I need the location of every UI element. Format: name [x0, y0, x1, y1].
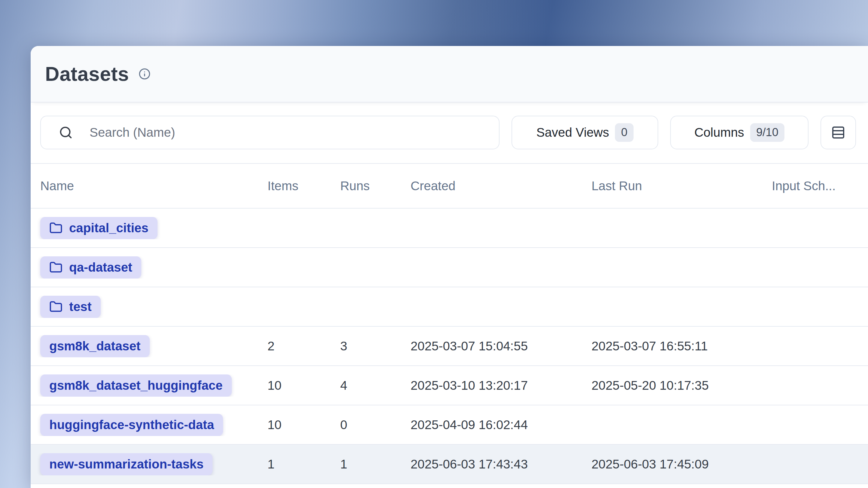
items-cell: 2 [268, 339, 340, 353]
dataset-name: new-summarization-tasks [49, 457, 204, 471]
dataset-pill[interactable]: new-summarization-tasks [40, 453, 213, 476]
saved-views-label: Saved Views [536, 125, 609, 140]
dataset-pill[interactable]: test [40, 296, 101, 318]
table-row[interactable]: new-summarization-tasks 1 1 2025-06-03 1… [31, 445, 868, 484]
last-run-cell: 2025-05-20 10:17:35 [591, 378, 772, 393]
search-input[interactable] [90, 116, 499, 149]
column-header-runs: Runs [340, 179, 410, 193]
runs-cell: 0 [340, 418, 410, 432]
last-run-cell: 2025-06-03 17:45:09 [591, 457, 772, 471]
info-icon[interactable] [138, 68, 151, 80]
saved-views-button[interactable]: Saved Views 0 [512, 116, 658, 149]
runs-cell: 4 [340, 378, 410, 393]
created-cell: 2025-03-10 13:20:17 [410, 378, 591, 393]
dataset-name: gsm8k_dataset [49, 339, 141, 353]
dataset-pill[interactable]: gsm8k_dataset [40, 335, 150, 357]
page-title: Datasets [45, 63, 129, 85]
datasets-table: NameItemsRunsCreatedLast RunInput Sch...… [31, 163, 868, 484]
runs-cell: 1 [340, 457, 410, 471]
folder-icon [49, 261, 63, 274]
name-cell: gsm8k_dataset_huggingface [31, 375, 268, 397]
created-cell: 2025-04-09 16:02:44 [410, 418, 591, 432]
datasets-panel: Datasets Saved Views 0 Columns 9/10 [31, 46, 868, 488]
table-row[interactable]: test [31, 287, 868, 327]
table-row[interactable]: qa-dataset [31, 248, 868, 287]
columns-button[interactable]: Columns 9/10 [670, 116, 808, 149]
columns-count-badge: 9/10 [750, 123, 784, 142]
column-header-name: Name [31, 179, 268, 193]
items-cell: 1 [268, 457, 340, 471]
column-header-input-sch: Input Sch... [772, 179, 868, 193]
saved-views-count-badge: 0 [615, 123, 633, 142]
table-header-row: NameItemsRunsCreatedLast RunInput Sch... [31, 163, 868, 208]
items-cell: 10 [268, 378, 340, 393]
created-cell: 2025-06-03 17:43:43 [410, 457, 591, 471]
dataset-pill[interactable]: gsm8k_dataset_huggingface [40, 375, 232, 397]
dataset-name: capital_cities [69, 221, 149, 235]
column-header-last-run: Last Run [591, 179, 772, 193]
dataset-pill[interactable]: qa-dataset [40, 256, 141, 279]
search-icon [59, 126, 73, 139]
name-cell: gsm8k_dataset [31, 335, 268, 357]
folder-icon [49, 222, 63, 235]
table-body: capital_cities qa-dataset [31, 208, 868, 484]
name-cell: qa-dataset [31, 256, 268, 279]
table-row[interactable]: gsm8k_dataset 2 3 2025-03-07 15:04:55 20… [31, 327, 868, 366]
column-header-items: Items [268, 179, 340, 193]
dataset-pill[interactable]: capital_cities [40, 217, 157, 239]
columns-label: Columns [694, 125, 744, 140]
row-height-button[interactable] [820, 116, 856, 149]
created-cell: 2025-03-07 15:04:55 [410, 339, 591, 353]
table-row[interactable]: gsm8k_dataset_huggingface 10 4 2025-03-1… [31, 366, 868, 405]
name-cell: capital_cities [31, 217, 268, 239]
table-row[interactable]: capital_cities [31, 208, 868, 248]
table-row[interactable]: huggingface-synthetic-data 10 0 2025-04-… [31, 405, 868, 445]
dataset-name: test [69, 300, 92, 314]
name-cell: huggingface-synthetic-data [31, 414, 268, 436]
dataset-name: qa-dataset [69, 260, 132, 275]
page-header: Datasets [31, 46, 868, 102]
column-header-created: Created [410, 179, 591, 193]
name-cell: test [31, 296, 268, 318]
items-cell: 10 [268, 418, 340, 432]
toolbar: Saved Views 0 Columns 9/10 [40, 116, 856, 149]
folder-icon [49, 300, 63, 314]
rows-icon [831, 125, 845, 140]
last-run-cell: 2025-03-07 16:55:11 [591, 339, 772, 353]
search-box [40, 116, 499, 149]
dataset-pill[interactable]: huggingface-synthetic-data [40, 414, 223, 436]
dataset-name: gsm8k_dataset_huggingface [49, 378, 223, 393]
name-cell: new-summarization-tasks [31, 453, 268, 476]
runs-cell: 3 [340, 339, 410, 353]
dataset-name: huggingface-synthetic-data [49, 418, 214, 432]
